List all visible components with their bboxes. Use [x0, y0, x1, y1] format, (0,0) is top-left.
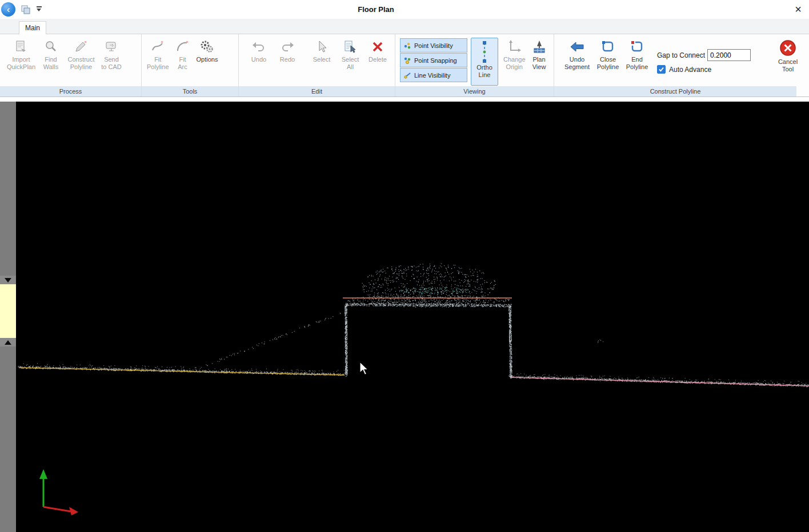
- ortho-line-toggle[interactable]: Ortho Line: [471, 38, 498, 86]
- fit-polyline-button[interactable]: Fit Polyline: [145, 37, 171, 71]
- point-snapping-toggle[interactable]: Point Snapping: [400, 53, 467, 67]
- find-walls-icon: [43, 39, 58, 54]
- close-polyline-icon: [600, 39, 615, 54]
- close-icon: ×: [795, 3, 802, 16]
- end-polyline-icon: [630, 39, 644, 54]
- plan-view-button[interactable]: Plan View: [527, 37, 551, 71]
- undo-button[interactable]: Undo: [247, 37, 271, 63]
- select-all-button[interactable]: Select All: [338, 37, 362, 71]
- triangle-down-icon: [5, 278, 11, 283]
- auto-advance-checkbox[interactable]: [657, 65, 666, 74]
- window-title: Floor Plan: [0, 0, 752, 19]
- tab-main[interactable]: Main: [19, 21, 46, 35]
- select-button[interactable]: Select: [310, 37, 334, 63]
- select-cursor-icon: [314, 39, 329, 54]
- check-icon: [658, 66, 664, 72]
- group-viewing: Point Visibility Point Snapping Line Vis…: [395, 34, 554, 96]
- slider-range-highlight[interactable]: [0, 284, 16, 338]
- options-button[interactable]: Options: [195, 37, 220, 63]
- undo-segment-button[interactable]: Undo Segment: [561, 37, 593, 71]
- gap-to-connect-label: Gap to Connect: [657, 51, 705, 59]
- fit-polyline-icon: [150, 39, 165, 54]
- point-visibility-toggle[interactable]: Point Visibility: [400, 38, 467, 53]
- close-polyline-button[interactable]: Close Polyline: [593, 37, 623, 71]
- group-label-edit: Edit: [239, 86, 395, 96]
- select-all-icon: [343, 39, 358, 54]
- slider-down-button[interactable]: [0, 276, 16, 284]
- point-cloud: [16, 102, 809, 532]
- end-polyline-button[interactable]: End Polyline: [623, 37, 651, 71]
- point-visibility-icon: [403, 42, 411, 50]
- ortho-line-icon: [478, 41, 491, 63]
- mouse-cursor: [359, 361, 370, 376]
- fit-arc-button[interactable]: Fit Arc: [171, 37, 195, 71]
- redo-button[interactable]: Redo: [275, 37, 299, 63]
- titlebar: ‹ Floor Plan ×: [0, 0, 809, 19]
- redo-icon: [280, 39, 295, 54]
- cancel-tool-icon: [779, 39, 796, 57]
- line-visibility-icon: [403, 71, 411, 79]
- options-gear-icon: [199, 39, 214, 54]
- undo-icon: [251, 39, 266, 54]
- group-label-tools: Tools: [142, 86, 238, 96]
- ribbon: Import QuickPlan Find Walls Construct Po…: [0, 34, 809, 97]
- ribbon-tab-row: Main: [0, 19, 809, 34]
- send-to-cad-button[interactable]: Send to CAD: [99, 37, 123, 71]
- group-label-process: Process: [0, 86, 141, 96]
- change-origin-button[interactable]: Change Origin: [502, 37, 527, 71]
- undo-segment-icon: [570, 39, 584, 54]
- workspace: [0, 102, 809, 532]
- group-label-construct-polyline: Construct Polyline: [554, 86, 796, 96]
- construct-polyline-icon: [74, 39, 89, 54]
- import-quickplan-button[interactable]: Import QuickPlan: [3, 37, 39, 71]
- elevation-slider-strip[interactable]: [0, 102, 16, 532]
- slider-up-button[interactable]: [0, 338, 16, 346]
- point-snapping-icon: [403, 57, 411, 65]
- fit-arc-icon: [175, 39, 190, 54]
- plan-view-icon: [532, 39, 547, 54]
- group-label-viewing: Viewing: [395, 86, 554, 96]
- delete-x-icon: [370, 39, 385, 54]
- change-origin-icon: [507, 39, 522, 54]
- send-to-cad-icon: [104, 39, 119, 54]
- construct-polyline-button[interactable]: Construct Polyline: [63, 37, 99, 71]
- line-visibility-toggle[interactable]: Line Visibility: [400, 68, 467, 82]
- close-button[interactable]: ×: [791, 2, 806, 17]
- group-construct-polyline: Undo Segment Close Polyline End Polyline…: [554, 34, 809, 96]
- delete-button[interactable]: Delete: [366, 37, 390, 63]
- group-tools: Fit Polyline Fit Arc Options Tools: [142, 34, 239, 96]
- cancel-tool-button[interactable]: Cancel Tool: [776, 37, 800, 73]
- import-quickplan-icon: [14, 39, 29, 54]
- group-edit: Undo Redo Select: [239, 34, 395, 96]
- find-walls-button[interactable]: Find Walls: [39, 37, 63, 71]
- gap-to-connect-input[interactable]: [707, 49, 751, 61]
- group-process: Import QuickPlan Find Walls Construct Po…: [0, 34, 142, 96]
- point-cloud-viewport[interactable]: [16, 102, 809, 532]
- axis-gizmo: [36, 467, 82, 515]
- triangle-up-icon: [5, 340, 11, 345]
- auto-advance-label: Auto Advance: [669, 66, 711, 74]
- gap-panel: Gap to Connect Auto Advance: [657, 49, 751, 74]
